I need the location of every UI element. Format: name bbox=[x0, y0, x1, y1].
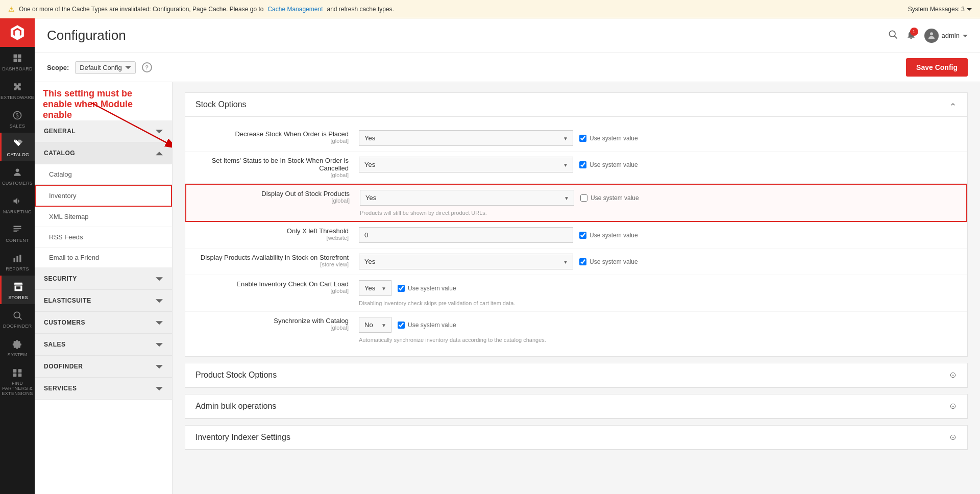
svg-rect-13 bbox=[16, 256, 18, 262]
system-messages[interactable]: System Messages: 3 bbox=[908, 6, 972, 13]
sidebar-item-sales[interactable]: $ SALES bbox=[0, 104, 35, 133]
svg-rect-3 bbox=[14, 59, 17, 62]
nav-section-general[interactable]: GENERAL bbox=[35, 120, 172, 142]
inventory-check-system-value[interactable]: Use system value bbox=[398, 285, 456, 292]
svg-rect-19 bbox=[13, 374, 17, 377]
admin-bulk-operations-header[interactable]: Admin bulk operations bbox=[185, 394, 967, 418]
save-config-button[interactable]: Save Config bbox=[906, 58, 968, 77]
display-availability-system-value[interactable]: Use system value bbox=[579, 258, 638, 265]
scope-help-button[interactable]: ? bbox=[142, 62, 152, 72]
svg-marker-32 bbox=[156, 321, 163, 325]
stock-options-section: Stock Options Decrease Stock When Order … bbox=[185, 92, 968, 357]
product-stock-options-header[interactable]: Product Stock Options bbox=[185, 363, 967, 387]
cache-management-link[interactable]: Cache Management bbox=[267, 6, 323, 13]
dashboard-icon bbox=[11, 52, 23, 64]
svg-point-21 bbox=[889, 31, 895, 37]
inventory-check-select[interactable]: Yes No bbox=[359, 280, 391, 296]
inventory-indexer-header[interactable]: Inventory Indexer Settings bbox=[185, 426, 967, 450]
nav-item-xml-sitemap[interactable]: XML Sitemap bbox=[35, 207, 172, 227]
svg-marker-35 bbox=[156, 387, 163, 390]
sidebar-item-system[interactable]: SYSTEM bbox=[0, 333, 35, 361]
sidebar-item-find-partners[interactable]: FIND PARTNERS & EXTENSIONS bbox=[0, 361, 35, 400]
only-x-left-checkbox[interactable] bbox=[579, 232, 586, 239]
only-x-left-input[interactable] bbox=[359, 227, 573, 243]
sidebar-item-stores[interactable]: STORES bbox=[0, 276, 35, 304]
config-row-decrease-stock: Decrease Stock When Order is Placed [glo… bbox=[185, 125, 967, 152]
admin-bulk-collapse-icon bbox=[949, 402, 957, 410]
svg-marker-28 bbox=[156, 130, 163, 133]
sidebar-item-reports[interactable]: REPORTS bbox=[0, 247, 35, 276]
services-chevron-icon bbox=[156, 385, 163, 392]
notification-count: 1 bbox=[910, 28, 918, 36]
sidebar: DASHBOARD EXTENDWARE $ SALES CATALOG CUS… bbox=[0, 18, 35, 494]
scope-dropdown[interactable]: Default Config bbox=[75, 61, 135, 74]
page-header: Configuration 1 admin bbox=[35, 18, 980, 53]
sidebar-item-extendware[interactable]: EXTENDWARE bbox=[0, 76, 35, 104]
inventory-check-checkbox[interactable] bbox=[398, 285, 405, 292]
svg-rect-14 bbox=[19, 255, 21, 262]
nav-section-security[interactable]: SECURITY bbox=[35, 268, 172, 290]
sales-chevron-icon bbox=[156, 341, 163, 348]
notification-bell[interactable]: 1 bbox=[906, 30, 916, 41]
svg-line-22 bbox=[894, 36, 897, 38]
sidebar-item-marketing[interactable]: MARKETING bbox=[0, 190, 35, 218]
search-button[interactable] bbox=[888, 29, 898, 42]
svg-rect-2 bbox=[18, 55, 21, 58]
nav-section-elasticsuite[interactable]: ELASTICSUITE bbox=[35, 290, 172, 312]
elasticsuite-chevron-icon bbox=[156, 297, 163, 304]
display-out-of-stock-checkbox[interactable] bbox=[580, 194, 587, 202]
decrease-stock-checkbox[interactable] bbox=[579, 135, 586, 142]
annotation-text: This setting must be enable when Module … bbox=[43, 88, 164, 120]
sidebar-item-content[interactable]: CONTENT bbox=[0, 218, 35, 247]
svg-marker-34 bbox=[156, 365, 163, 368]
sidebar-item-customers[interactable]: CUSTOMERS bbox=[0, 161, 35, 190]
scope-chevron-icon bbox=[125, 64, 131, 70]
sidebar-item-catalog[interactable]: CATALOG bbox=[0, 133, 35, 161]
bar-chart-icon bbox=[11, 252, 23, 264]
magento-logo[interactable] bbox=[0, 18, 35, 47]
header-actions: 1 admin bbox=[888, 29, 968, 43]
display-availability-select-wrapper: Yes No bbox=[359, 254, 573, 269]
sidebar-item-doofinder[interactable]: DOOFINDER bbox=[0, 304, 35, 333]
nav-item-inventory[interactable]: Inventory bbox=[35, 185, 172, 207]
only-x-left-system-value[interactable]: Use system value bbox=[579, 232, 638, 239]
display-out-of-stock-system-value[interactable]: Use system value bbox=[580, 194, 639, 202]
nav-item-catalog[interactable]: Catalog bbox=[35, 164, 172, 185]
nav-item-email-to-friend[interactable]: Email to a Friend bbox=[35, 248, 172, 268]
customers-chevron-icon bbox=[156, 319, 163, 326]
config-row-display-availability: Display Products Availability in Stock o… bbox=[185, 249, 967, 275]
nav-item-rss-feeds[interactable]: RSS Feeds bbox=[35, 227, 172, 248]
sync-catalog-system-value[interactable]: Use system value bbox=[398, 322, 456, 329]
sidebar-item-dashboard[interactable]: DASHBOARD bbox=[0, 47, 35, 76]
admin-user-menu[interactable]: admin bbox=[924, 29, 968, 43]
gear-icon bbox=[11, 338, 23, 350]
nav-section-sales[interactable]: SALES bbox=[35, 334, 172, 356]
svg-rect-18 bbox=[18, 369, 22, 373]
set-in-stock-checkbox[interactable] bbox=[579, 161, 586, 168]
display-out-of-stock-select[interactable]: Yes No bbox=[360, 190, 574, 206]
inventory-indexer-section: Inventory Indexer Settings bbox=[185, 425, 968, 450]
svg-rect-4 bbox=[18, 59, 21, 62]
decrease-stock-select[interactable]: Yes No bbox=[359, 130, 573, 146]
set-in-stock-system-value[interactable]: Use system value bbox=[579, 161, 638, 168]
stock-options-header[interactable]: Stock Options bbox=[185, 93, 967, 117]
svg-point-15 bbox=[14, 312, 20, 318]
main-config-panel: Stock Options Decrease Stock When Order … bbox=[173, 82, 980, 494]
megaphone-icon bbox=[11, 195, 23, 207]
left-nav-panel: This setting must be enable when Module … bbox=[35, 82, 173, 494]
svg-rect-11 bbox=[14, 231, 17, 232]
decrease-stock-system-value[interactable]: Use system value bbox=[579, 135, 638, 142]
display-availability-select[interactable]: Yes No bbox=[359, 254, 573, 269]
svg-rect-17 bbox=[13, 369, 17, 373]
nav-section-doofinder[interactable]: DOOFINDER bbox=[35, 356, 172, 378]
config-row-sync-catalog: Synchronize with Catalog [global] Yes No bbox=[185, 312, 967, 348]
set-in-stock-select[interactable]: Yes No bbox=[359, 157, 573, 172]
scope-controls: Scope: Default Config ? bbox=[47, 61, 152, 74]
tag-icon bbox=[12, 138, 24, 150]
nav-section-catalog[interactable]: CATALOG bbox=[35, 142, 172, 164]
display-availability-checkbox[interactable] bbox=[579, 258, 586, 265]
nav-section-customers[interactable]: CUSTOMERS bbox=[35, 312, 172, 334]
nav-section-services[interactable]: SERVICES bbox=[35, 378, 172, 400]
sync-catalog-select[interactable]: Yes No bbox=[359, 317, 391, 333]
sync-catalog-checkbox[interactable] bbox=[398, 322, 405, 329]
